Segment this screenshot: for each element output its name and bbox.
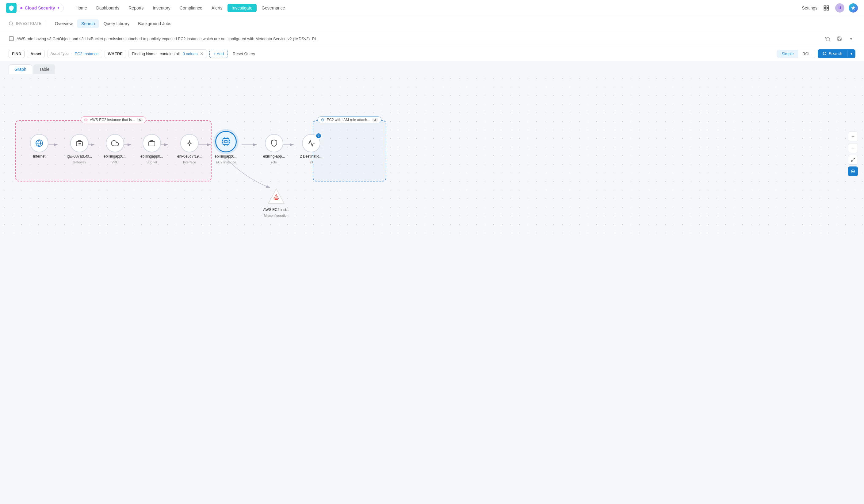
search-btn-main[interactable]: Search xyxy=(818,49,847,58)
svg-rect-33 xyxy=(225,141,227,143)
tab-table[interactable]: Table xyxy=(33,64,55,74)
nav-item-home[interactable]: Home xyxy=(71,4,91,12)
user-avatar[interactable]: U xyxy=(835,3,844,13)
cluster-box-right: ⚙ EC2 with IAM role attach... 3 xyxy=(313,120,386,181)
cluster-right-name: EC2 with IAM role attach... xyxy=(326,118,370,122)
asset-type-prefix: Asset Type xyxy=(51,51,69,56)
node-ec2main-circle[interactable] xyxy=(215,131,237,152)
cluster-label-left: ⚙ AWS EC2 instance that is... 5 xyxy=(81,117,146,123)
subnav-tab-search[interactable]: Search xyxy=(77,19,99,28)
node-vpc-type: VPC xyxy=(112,160,119,164)
nav-item-inventory[interactable]: Inventory xyxy=(148,4,175,12)
node-internet-circle[interactable] xyxy=(30,134,48,152)
center-view-btn[interactable] xyxy=(848,167,858,176)
node-misconfig-type: Misconfiguration xyxy=(264,214,288,217)
node-subnet-circle[interactable] xyxy=(143,134,161,152)
nav-item-dashboards[interactable]: Dashboards xyxy=(92,4,124,12)
svg-point-47 xyxy=(851,170,855,173)
svg-point-27 xyxy=(189,142,190,144)
node-vpc-name: ebillingapp0... xyxy=(104,154,126,158)
node-ec2main-name: ebillingapp0... xyxy=(215,154,237,158)
find-chip[interactable]: FIND xyxy=(9,50,25,58)
node-misconfig[interactable]: ≡ ⚠ AWS EC2 inst... Misconfiguration xyxy=(263,188,289,217)
nav-item-governance[interactable]: Governance xyxy=(257,4,289,12)
tab-graph[interactable]: Graph xyxy=(9,64,32,74)
nav-item-reports[interactable]: Reports xyxy=(124,4,148,12)
node-vpc-circle[interactable] xyxy=(106,134,124,152)
node-interface-circle[interactable] xyxy=(180,134,199,152)
misconfig-symbol-icon: ⚠ xyxy=(273,193,279,201)
chevron-down-icon: ▼ xyxy=(850,52,853,56)
nav-item-compliance[interactable]: Compliance xyxy=(176,4,207,12)
node-ec2main-type: EC2 Instance xyxy=(216,160,236,164)
brand-chevron-icon: ▼ xyxy=(57,6,60,10)
svg-rect-26 xyxy=(149,142,155,146)
where-label: WHERE xyxy=(108,51,123,56)
node-role-type: role xyxy=(271,160,277,164)
node-subnet[interactable]: ebillingapp0... Subnet xyxy=(141,134,163,164)
svg-line-11 xyxy=(825,55,826,56)
subnav-tab-overview[interactable]: Overview xyxy=(51,19,77,28)
asset-label: Asset xyxy=(31,51,41,56)
asset-type-chip[interactable]: Asset Type : EC2 Instance xyxy=(47,50,102,58)
add-label: + Add xyxy=(213,51,224,56)
ai-assistant-icon[interactable] xyxy=(849,3,858,13)
node-interface[interactable]: eni-0e8d7f19... Interface xyxy=(177,134,202,164)
graph-controls: + − xyxy=(848,132,858,176)
filter-bar: FIND Asset Asset Type : EC2 Instance WHE… xyxy=(0,46,864,61)
nav-item-investigate[interactable]: Investigate xyxy=(228,4,257,12)
reset-query-btn[interactable]: Reset Query xyxy=(230,50,257,58)
node-gateway[interactable]: igw-087ad5f0... Gateway xyxy=(67,134,92,164)
docs-icon-btn[interactable] xyxy=(822,3,831,13)
node-role-circle[interactable] xyxy=(265,134,283,152)
svg-rect-3 xyxy=(824,8,826,10)
subnav-section-label: INVESTIGATE xyxy=(9,21,42,26)
svg-point-10 xyxy=(823,52,826,55)
query-banner: AWS role having s3:GetObject and s3:List… xyxy=(0,31,864,46)
svg-rect-1 xyxy=(827,5,829,7)
top-navigation: ● Cloud Security ▼ Home Dashboards Repor… xyxy=(0,0,864,16)
query-banner-text: AWS role having s3:GetObject and s3:List… xyxy=(16,36,317,41)
query-banner-content: AWS role having s3:GetObject and s3:List… xyxy=(9,36,824,41)
node-role-name: ebilling-app... xyxy=(263,154,285,158)
svg-point-4 xyxy=(9,22,13,25)
subnav-tab-background-jobs[interactable]: Background Jobs xyxy=(134,19,176,28)
node-s3[interactable]: 2 2 Destinatio... s3 xyxy=(300,134,322,164)
rql-mode-btn[interactable]: RQL xyxy=(798,50,815,58)
subnav-divider xyxy=(46,20,46,27)
node-ec2main[interactable]: ebillingapp0... EC2 Instance xyxy=(215,131,237,164)
sub-navigation: INVESTIGATE Overview Search Query Librar… xyxy=(0,16,864,31)
query-save-btn[interactable] xyxy=(835,34,844,43)
search-btn-dropdown[interactable]: ▼ xyxy=(847,50,855,57)
finding-filter-close[interactable]: ✕ xyxy=(200,51,204,56)
add-filter-btn[interactable]: + Add xyxy=(209,50,228,58)
misconfig-icon-wrap: ≡ ⚠ xyxy=(267,188,286,206)
brand-selector[interactable]: ● Cloud Security ▼ xyxy=(16,4,64,12)
subnav-tab-query-library[interactable]: Query Library xyxy=(99,19,134,28)
svg-rect-32 xyxy=(223,139,229,145)
finding-contains-label: contains all xyxy=(160,51,180,56)
node-s3-wrapper: 2 xyxy=(302,134,320,152)
cluster-left-name: AWS EC2 instance that is... xyxy=(90,118,135,122)
search-button[interactable]: Search ▼ xyxy=(818,49,855,58)
fit-view-btn[interactable] xyxy=(848,155,858,165)
zoom-in-btn[interactable]: + xyxy=(848,132,858,141)
asset-type-value: EC2 Instance xyxy=(75,51,99,56)
query-expand-btn[interactable]: ▼ xyxy=(847,34,855,43)
graph-canvas-area: ⚙ AWS EC2 instance that is... 5 ⚙ EC2 wi… xyxy=(0,74,864,233)
app-logo[interactable] xyxy=(6,3,16,13)
simple-mode-btn[interactable]: Simple xyxy=(777,50,798,58)
node-internet[interactable]: Internet xyxy=(30,134,48,160)
cluster-right-count: 3 xyxy=(372,118,378,122)
settings-link[interactable]: Settings xyxy=(802,5,817,10)
query-undo-btn[interactable] xyxy=(824,34,832,43)
node-role[interactable]: ebilling-app... role xyxy=(263,134,285,164)
zoom-out-btn[interactable]: − xyxy=(848,143,858,153)
finding-filter-chip[interactable]: Finding Name contains all 3 values ✕ xyxy=(129,49,207,58)
node-gateway-circle[interactable] xyxy=(70,134,88,152)
node-vpc[interactable]: ebillingapp0... VPC xyxy=(104,134,126,164)
node-misconfig-name: AWS EC2 inst... xyxy=(263,207,289,212)
asset-chip[interactable]: Asset xyxy=(27,50,45,58)
nav-item-alerts[interactable]: Alerts xyxy=(207,4,227,12)
svg-rect-0 xyxy=(824,5,826,7)
